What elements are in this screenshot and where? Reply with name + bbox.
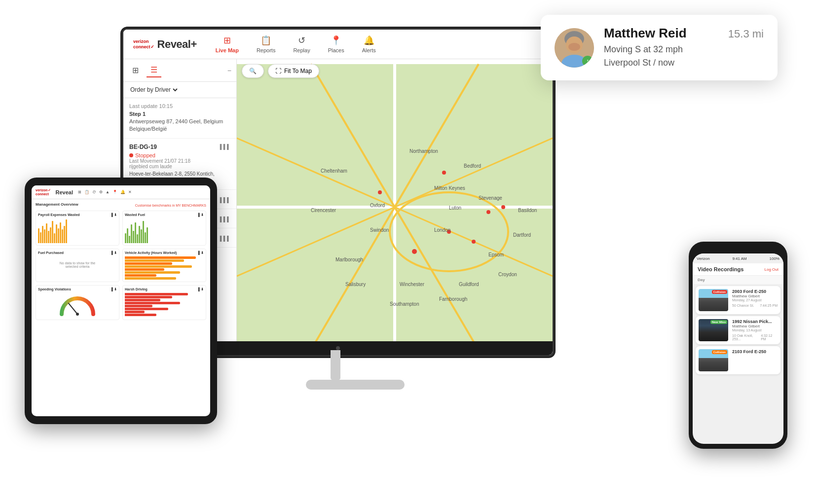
hierarchy-view-button[interactable]: ⊞	[128, 64, 143, 77]
phone-section-header: Day	[693, 276, 783, 284]
svg-point-17	[412, 249, 417, 254]
tablet-section-title: Management Overview	[36, 202, 78, 207]
tablet-nav-icon-7[interactable]: 🔔	[120, 190, 125, 194]
vehicle-item[interactable]: Last update 10:15 Step 1 Antwerpseweg 87…	[123, 98, 236, 139]
sidebar-order-bar: Order by Driver	[123, 82, 236, 98]
svg-text:Dartford: Dartford	[513, 232, 531, 238]
svg-point-18	[472, 240, 476, 244]
video-card-1[interactable]: Collision 2003 Ford E-250 Matthew Gilber…	[696, 286, 780, 314]
svg-point-19	[501, 205, 505, 209]
collision-badge-1: Collision	[712, 290, 727, 294]
video-meta-2: 10 Oak Knoll, 253... 4:32:12 PM	[732, 334, 778, 341]
tablet-nav-icon-6[interactable]: 📍	[112, 190, 117, 194]
phone-status-bar: Verizon 9:41 AM 100%	[693, 253, 783, 263]
video-thumbnail-2: Near Miss	[699, 319, 728, 341]
video-meta-1: 50 Chance St. 7:44:25 PM	[732, 304, 778, 307]
charts-grid: Payroll Expenses Wasted ▌⬇	[36, 211, 206, 320]
video-time-2: 4:32:12 PM	[761, 334, 778, 341]
payroll-bar-chart	[38, 218, 117, 243]
tablet-nav-icon-2[interactable]: 📋	[84, 190, 89, 194]
product-name: Reveal+	[157, 38, 197, 51]
map-svg: Northampton Bedford Milton Keynes Luton …	[237, 59, 553, 355]
tablet-nav-icon-3[interactable]: ⏱	[92, 190, 96, 194]
search-button[interactable]: 🔍	[242, 64, 264, 78]
reports-icon: 📋	[260, 35, 271, 46]
phone-notch	[723, 247, 753, 252]
verizon-logo: verizonconnect✓	[133, 39, 154, 50]
video-info-1: 2003 Ford E-250 Matthew Gilbert Monday, …	[732, 289, 778, 311]
driver-name-1: Matthew Gilbert	[732, 294, 778, 298]
svg-point-16	[486, 210, 490, 214]
status-indicator	[129, 153, 133, 157]
tablet-brand: verizon✓connect	[36, 188, 51, 196]
monitor-camera	[336, 346, 340, 350]
nav-reports[interactable]: 📋 Reports	[253, 33, 280, 55]
speeding-gauge: Total: 5.32	[38, 293, 117, 318]
svg-text:London: London	[434, 227, 450, 233]
chart-fuel: Wasted Fuel ▌⬇	[122, 211, 206, 246]
video-address-2: 10 Oak Knoll, 253...	[732, 334, 761, 341]
replay-icon: ↺	[298, 35, 305, 46]
logout-button[interactable]: Log Out	[765, 267, 779, 272]
svg-text:Northampton: Northampton	[409, 148, 438, 154]
vehicle-name-2: 1992 Nissan Pick...	[732, 319, 778, 324]
svg-text:Oxford: Oxford	[370, 203, 385, 208]
alerts-icon: 🔔	[364, 35, 374, 46]
video-thumbnail-1: Collision	[699, 289, 728, 311]
collapse-button[interactable]: −	[227, 67, 231, 74]
tablet-nav-icon-5[interactable]: ▲	[106, 190, 110, 194]
svg-text:Cirencester: Cirencester	[311, 208, 336, 213]
video-card-2[interactable]: Near Miss 1992 Nissan Pick... Matthew Gi…	[696, 316, 780, 344]
svg-text:Milton Keynes: Milton Keynes	[434, 185, 465, 191]
svg-text:Stevenage: Stevenage	[479, 195, 502, 201]
nav-live-map[interactable]: ⊞ Live Map	[212, 33, 243, 55]
tablet-nav-icon-1[interactable]: ⊞	[78, 190, 81, 194]
svg-text:Basildon: Basildon	[518, 208, 537, 213]
tablet: verizon✓connect Reveal ⊞ 📋 ⏱ ⚙ ▲ 📍 🔔 ✕ M…	[25, 178, 217, 424]
activity-h-bar-chart	[125, 256, 204, 280]
svg-text:Salisbury: Salisbury	[345, 282, 366, 287]
list-view-button[interactable]: ☰	[147, 63, 161, 77]
harsh-h-bar-chart	[125, 293, 204, 316]
order-by-select[interactable]: Order by Driver	[128, 86, 179, 94]
video-info-2: 1992 Nissan Pick... Matthew Gilbert Mond…	[732, 319, 778, 341]
chart-harsh: Harsh Driving ▌⬇	[122, 285, 206, 320]
nav-alerts[interactable]: 🔔 Alerts	[358, 33, 380, 55]
video-thumbnail-3: Collision	[699, 349, 728, 371]
svg-text:Guildford: Guildford	[459, 282, 479, 287]
notification-card: ↑ Matthew Reid Moving S at 32 mph Liverp…	[541, 15, 778, 80]
nav-places[interactable]: 📍 Places	[324, 33, 348, 55]
chart-purchased: Fuel Purchased ▌⬇ No data to show for th…	[36, 249, 119, 282]
svg-text:Swindon: Swindon	[370, 227, 389, 233]
svg-text:Cheltenham: Cheltenham	[321, 168, 347, 174]
svg-point-42	[76, 313, 79, 316]
app-navigation: verizonconnect✓ Reveal+ ⊞ Live Map 📋 Rep…	[123, 30, 553, 59]
vehicle-status: Stopped	[129, 152, 230, 158]
video-card-content-1: Collision 2003 Ford E-250 Matthew Gilber…	[696, 286, 780, 314]
fit-to-map-button[interactable]: ⛶ Fit To Map	[268, 64, 319, 78]
fuel-bar-chart	[125, 218, 204, 243]
vehicle-step: Step 1	[129, 111, 230, 117]
svg-text:Marlborough: Marlborough	[335, 257, 363, 262]
fit-icon: ⛶	[275, 68, 281, 74]
vehicle-name-1: 2003 Ford E-250	[732, 289, 778, 294]
vehicle-id: BE-DG-19 ▌▌▌	[129, 144, 230, 150]
no-data-label: No data to show for theselected criteria	[38, 256, 117, 273]
tablet-customize[interactable]: Customise benchmarks in MY BENCHMARKS	[135, 204, 206, 207]
tablet-nav-icon-8[interactable]: ✕	[128, 190, 132, 194]
nav-items: ⊞ Live Map 📋 Reports ↺ Replay 📍 Places	[212, 33, 380, 55]
monitor-stand	[306, 350, 365, 399]
svg-line-41	[69, 303, 77, 314]
vehicle-name-3: 2103 Ford E-250	[732, 349, 778, 354]
vehicle-address: Antwerpseweg 87, 2440 Geel, Belgium Belg…	[129, 118, 230, 133]
video-card-3[interactable]: Collision 2103 Ford E-250	[696, 346, 780, 374]
video-card-content-3: Collision 2103 Ford E-250	[696, 346, 780, 374]
tablet-nav-icon-4[interactable]: ⚙	[99, 190, 103, 194]
svg-point-4	[568, 43, 580, 51]
nav-replay[interactable]: ↺ Replay	[289, 33, 314, 55]
tablet-nav-icons: ⊞ 📋 ⏱ ⚙ ▲ 📍 🔔 ✕	[78, 190, 132, 194]
video-time-1: 7:44:25 PM	[760, 304, 778, 307]
phone: Verizon 9:41 AM 100% Video Recordings Lo…	[689, 242, 787, 449]
places-icon: 📍	[331, 35, 341, 46]
tablet-nav: verizon✓connect Reveal ⊞ 📋 ⏱ ⚙ ▲ 📍 🔔 ✕	[32, 185, 210, 199]
